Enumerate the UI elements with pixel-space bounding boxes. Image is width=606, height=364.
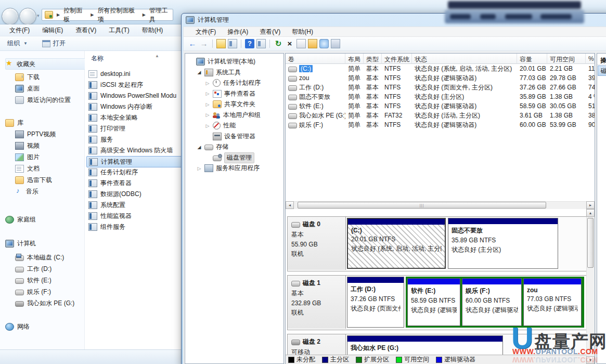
volume-column-0[interactable]: 卷 bbox=[286, 54, 345, 64]
column-header-name[interactable]: 名称 bbox=[91, 54, 104, 63]
file-row-4[interactable]: 本地安全策略 bbox=[86, 112, 183, 123]
partition-固态不要放[interactable]: 固态不要放35.89 GB NTFS状态良好 (主分区) bbox=[448, 218, 558, 269]
open-folder-icon[interactable] bbox=[308, 39, 317, 48]
volume-column-2[interactable]: 类型 bbox=[364, 54, 382, 64]
disk-label-1[interactable]: 磁盘 1基本232.89 GB联机 bbox=[288, 276, 346, 329]
sidebar-group-1[interactable]: 库 bbox=[5, 118, 88, 128]
twisty-collapsed-icon[interactable]: ▷ bbox=[205, 112, 210, 118]
cm-menu-item-0[interactable]: 文件(F) bbox=[190, 27, 222, 37]
explorer-menu-item-4[interactable]: 帮助(H) bbox=[136, 24, 170, 36]
file-row-8[interactable]: 计算机管理 bbox=[86, 156, 184, 167]
partition-zou[interactable]: zou77.03 GB NTFS状态良好 (逻辑驱动器) bbox=[523, 278, 582, 326]
file-row-9[interactable]: 任务计划程序 bbox=[86, 167, 183, 177]
tree-item-性能[interactable]: ▷性能 bbox=[205, 121, 236, 131]
refresh-icon[interactable]: ↻ bbox=[274, 39, 283, 48]
file-row-7[interactable]: 高级安全 Windows 防火墙 bbox=[86, 145, 183, 155]
breadcrumb-segment-2[interactable]: 管理工具 bbox=[149, 6, 173, 24]
hscroll-thumb[interactable]: ||| bbox=[298, 202, 546, 209]
tree-item-存储[interactable]: ◢存储 bbox=[197, 142, 228, 152]
cm-menu-item-3[interactable]: 帮助(H) bbox=[286, 27, 319, 37]
file-row-12[interactable]: 系统配置 bbox=[86, 200, 183, 210]
hscroll-right-button[interactable]: ▸ bbox=[586, 201, 595, 209]
search-icon[interactable] bbox=[319, 39, 329, 48]
console-tree-icon[interactable] bbox=[228, 39, 237, 48]
sidebar-group-4[interactable]: 网络 bbox=[5, 321, 88, 332]
file-row-3[interactable]: Windows 内存诊断 bbox=[86, 101, 183, 112]
action-pane-icon[interactable] bbox=[256, 39, 266, 48]
hscroll-left-button[interactable]: ◂ bbox=[286, 201, 294, 209]
delete-icon[interactable]: × bbox=[285, 39, 294, 48]
twisty-collapsed-icon[interactable]: ▷ bbox=[205, 91, 210, 96]
explorer-menu-item-3[interactable]: 工具(T) bbox=[102, 24, 135, 36]
forward-icon[interactable]: → bbox=[199, 39, 209, 48]
cm-menu-item-1[interactable]: 操作(A) bbox=[222, 27, 254, 37]
breadcrumb-segment-1[interactable]: 所有控制面板项 bbox=[98, 6, 139, 24]
tree-item-磁盘管理[interactable]: 磁盘管理 bbox=[205, 153, 254, 163]
twisty-collapsed-icon[interactable]: ▷ bbox=[197, 166, 202, 171]
volume-column-3[interactable]: 文件系统 bbox=[382, 54, 412, 64]
twisty-expanded-icon[interactable]: ◢ bbox=[197, 70, 202, 75]
tree-item-本地用户和组[interactable]: ▷本地用户和组 bbox=[205, 110, 261, 120]
volume-column-4[interactable]: 状态 bbox=[412, 54, 517, 64]
partition-工作 (D:)[interactable]: 工作 (D:)37.26 GB NTFS状态良好 (页面文件, 主分区) bbox=[347, 277, 404, 328]
volume-column-7[interactable]: % bbox=[586, 54, 595, 64]
partition-娱乐 (F:)[interactable]: 娱乐 (F:)60.00 GB NTFS状态良好 (逻辑驱动器) bbox=[462, 278, 522, 326]
file-row-6[interactable]: 服务 bbox=[86, 134, 183, 145]
volume-row-0[interactable]: (C:)简单基本NTFS状态良好 (系统, 启动, 活动, 主分区)20.01 … bbox=[286, 64, 595, 73]
nav-history-chevron-icon[interactable]: ▾ bbox=[37, 13, 40, 18]
sidebar-group-3[interactable]: 计算机 bbox=[5, 238, 88, 249]
properties-icon[interactable] bbox=[296, 39, 306, 48]
file-row-11[interactable]: 数据源(ODBC) bbox=[86, 189, 183, 199]
organize-button[interactable]: 组织 ▼ bbox=[2, 37, 33, 50]
explorer-menu-item-0[interactable]: 文件(F) bbox=[3, 24, 36, 36]
file-row-14[interactable]: 组件服务 bbox=[86, 222, 183, 232]
tree-item-共享文件夹[interactable]: ▷共享文件夹 bbox=[205, 99, 255, 109]
volume-row-3[interactable]: 固态不要放简单基本NTFS状态良好 (主分区)35.89 GB1.38 GB4 … bbox=[286, 92, 595, 101]
cm-menu-item-2[interactable]: 查看(V) bbox=[254, 27, 286, 37]
file-row-2[interactable]: Windows PowerShell Modu bbox=[86, 90, 183, 101]
tree-item-系统工具[interactable]: ◢系统工具 bbox=[197, 68, 241, 77]
file-row-5[interactable]: 打印管理 bbox=[86, 123, 183, 134]
back-icon[interactable]: ← bbox=[188, 39, 197, 48]
sidebar-group-2[interactable]: 家庭组 bbox=[5, 214, 88, 225]
tree-item-事件查看器[interactable]: ▷事件查看器 bbox=[205, 89, 255, 99]
volume-row-2[interactable]: 工作 (D:)简单基本NTFS状态良好 (页面文件, 主分区)37.26 GB2… bbox=[286, 83, 595, 92]
twisty-collapsed-icon[interactable]: ▷ bbox=[205, 102, 210, 107]
breadcrumb-segment-0[interactable]: 控制面板 bbox=[63, 6, 87, 24]
vscroll-thumb[interactable] bbox=[587, 218, 594, 268]
partition-(C:)[interactable]: (C:)20.01 GB NTFS状态良好 (系统, 启动, 活动, 主分区) bbox=[347, 218, 446, 269]
twisty-collapsed-icon[interactable]: ▷ bbox=[205, 81, 210, 86]
export-icon[interactable] bbox=[216, 39, 226, 48]
file-row-10[interactable]: 事件查看器 bbox=[86, 178, 183, 188]
help-icon[interactable]: ? bbox=[245, 39, 254, 48]
disk-label-0[interactable]: 磁盘 0基本55.90 GB联机 bbox=[288, 217, 346, 270]
partition-软件 (E:)[interactable]: 软件 (E:)58.59 GB NTFS状态良好 (逻辑驱动器) bbox=[407, 278, 460, 326]
explorer-menu-item-1[interactable]: 编辑(E) bbox=[36, 24, 69, 36]
volume-row-5[interactable]: 我心如水 PE (G:)简单基本FAT32状态良好 (活动, 主分区)3.61 … bbox=[286, 111, 595, 120]
tree-item-设备管理器[interactable]: 设备管理器 bbox=[205, 132, 255, 141]
vscroll-up-button[interactable]: ▴ bbox=[586, 209, 595, 217]
twisty-expanded-icon[interactable]: ◢ bbox=[197, 145, 202, 150]
actions-disk-management-item[interactable]: 磁盘管理 bbox=[598, 66, 606, 76]
breadcrumb[interactable]: ▶控制面板▶所有控制面板项▶管理工具 bbox=[42, 9, 173, 21]
console-settings-icon[interactable] bbox=[331, 39, 340, 48]
tree-item-任务计划程序[interactable]: ▷任务计划程序 bbox=[205, 78, 261, 88]
forward-button[interactable] bbox=[19, 8, 36, 25]
volume-column-5[interactable]: 容量 bbox=[517, 54, 547, 64]
file-row-13[interactable]: 性能监视器 bbox=[86, 211, 183, 221]
sidebar-group-0[interactable]: 收藏夹 bbox=[5, 58, 89, 70]
volume-column-6[interactable]: 可用空间 bbox=[547, 54, 586, 64]
open-button[interactable]: 打开 bbox=[37, 37, 71, 50]
file-row-label: 组件服务 bbox=[100, 223, 125, 231]
volume-row-4[interactable]: 软件 (E:)简单基本NTFS状态良好 (逻辑驱动器)58.59 GB30.05… bbox=[286, 101, 595, 111]
explorer-menu-item-2[interactable]: 查看(V) bbox=[69, 24, 102, 36]
volume-row-6[interactable]: 娱乐 (F:)简单基本NTFS状态良好 (逻辑驱动器)60.00 GB53.99… bbox=[286, 120, 595, 129]
volume-column-1[interactable]: 布局 bbox=[345, 54, 364, 64]
back-button[interactable] bbox=[2, 8, 19, 25]
tree-item-服务和应用程序[interactable]: ▷服务和应用程序 bbox=[197, 163, 260, 173]
twisty-collapsed-icon[interactable]: ▷ bbox=[205, 123, 210, 128]
tree-item-计算机管理(本地)[interactable]: 计算机管理(本地) bbox=[188, 57, 255, 67]
file-row-0[interactable]: desktop.ini bbox=[86, 69, 183, 79]
file-row-1[interactable]: iSCSI 发起程序 bbox=[86, 80, 183, 90]
volume-row-1[interactable]: zou简单基本NTFS状态良好 (逻辑驱动器)77.03 GB29.78 GB3… bbox=[286, 73, 595, 83]
